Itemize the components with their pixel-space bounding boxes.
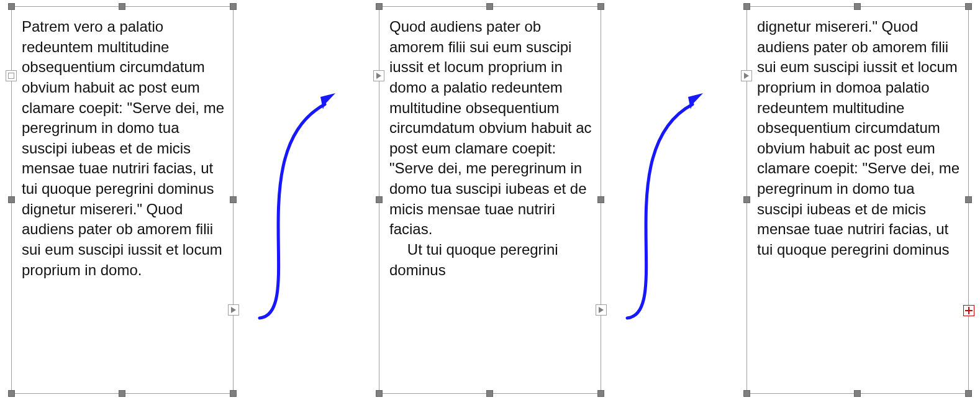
thread-link-arrow <box>609 75 739 323</box>
resize-handle-br[interactable] <box>597 390 604 397</box>
resize-handle-bl[interactable] <box>743 390 750 397</box>
resize-handle-tr[interactable] <box>965 3 972 10</box>
overflow-indicator[interactable] <box>963 305 974 316</box>
paragraph: Quod audiens pater ob amorem filii sui e… <box>389 17 592 240</box>
resize-handle-br[interactable] <box>230 390 237 397</box>
resize-handle-bm[interactable] <box>854 390 861 397</box>
thread-port-arrow-icon <box>376 73 381 79</box>
resize-handle-mr[interactable] <box>230 196 237 203</box>
thread-port-arrow-icon <box>744 73 749 79</box>
resize-handle-tl[interactable] <box>8 3 15 10</box>
resize-handle-mr[interactable] <box>965 196 972 203</box>
resize-handle-tl[interactable] <box>376 3 383 10</box>
resize-handle-ml[interactable] <box>8 196 15 203</box>
thread-out-port[interactable] <box>228 304 239 316</box>
resize-handle-bl[interactable] <box>8 390 15 397</box>
thread-port-arrow-icon <box>231 307 236 313</box>
thread-in-port[interactable] <box>6 70 17 81</box>
text-frame-content[interactable]: dignetur misereri." Quod audiens pater o… <box>757 17 960 389</box>
svg-marker-0 <box>320 93 335 109</box>
thread-out-port[interactable] <box>596 304 607 316</box>
text-frame-3[interactable]: dignetur misereri." Quod audiens pater o… <box>746 6 969 394</box>
text-frame-content[interactable]: Patrem vero a palatio redeuntem multitud… <box>22 17 224 389</box>
thread-in-port[interactable] <box>373 70 384 81</box>
text-frame-2[interactable]: Quod audiens pater ob amorem filii sui e… <box>379 6 601 394</box>
resize-handle-tr[interactable] <box>597 3 604 10</box>
paragraph: Ut tui quoque peregrini dominus <box>389 240 592 280</box>
thread-port-empty-icon <box>8 73 14 79</box>
paragraph: dignetur misereri." Quod audiens pater o… <box>757 17 960 260</box>
resize-handle-tm[interactable] <box>854 3 861 10</box>
resize-handle-ml[interactable] <box>743 196 750 203</box>
resize-handle-bm[interactable] <box>119 390 125 397</box>
resize-handle-mr[interactable] <box>597 196 604 203</box>
resize-handle-tm[interactable] <box>119 3 125 10</box>
svg-marker-1 <box>688 93 703 109</box>
thread-in-port[interactable] <box>741 70 752 81</box>
resize-handle-ml[interactable] <box>376 196 383 203</box>
resize-handle-tl[interactable] <box>743 3 750 10</box>
resize-handle-tr[interactable] <box>230 3 237 10</box>
resize-handle-br[interactable] <box>965 390 972 397</box>
resize-handle-bl[interactable] <box>376 390 383 397</box>
thread-link-arrow <box>241 75 371 323</box>
text-frame-1[interactable]: Patrem vero a palatio redeuntem multitud… <box>11 6 234 394</box>
text-frame-content[interactable]: Quod audiens pater ob amorem filii sui e… <box>389 17 592 389</box>
thread-port-arrow-icon <box>599 307 604 313</box>
resize-handle-bm[interactable] <box>486 390 493 397</box>
paragraph: Patrem vero a palatio redeuntem multitud… <box>22 17 224 280</box>
resize-handle-tm[interactable] <box>486 3 493 10</box>
